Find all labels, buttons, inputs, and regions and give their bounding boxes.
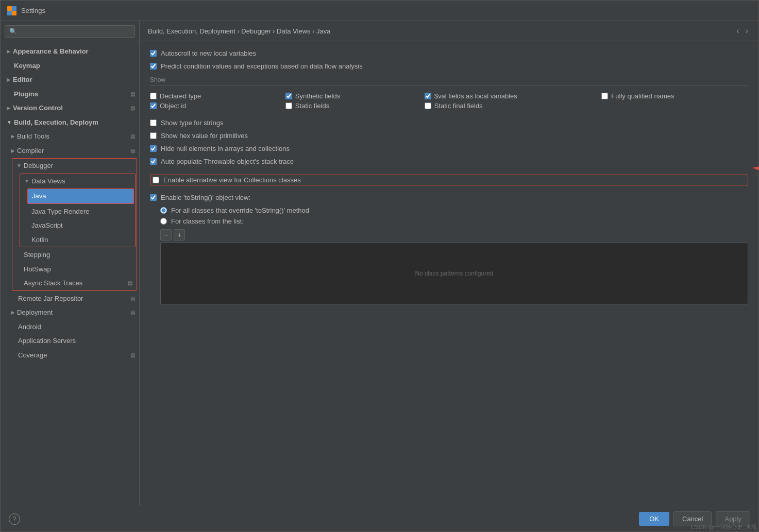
expand-icon: ▶ <box>7 104 11 112</box>
static-final-fields-label: Static final fields <box>434 102 483 110</box>
enable-tostring-row: Enable 'toString()' object view: <box>150 194 748 201</box>
sidebar-label: Remote Jar Repositor <box>18 294 83 304</box>
app-icon <box>7 6 17 16</box>
val-fields-checkbox[interactable] <box>425 93 431 99</box>
sidebar-label: Kotlin <box>31 235 48 245</box>
hide-null-row: Hide null elements in arrays and collect… <box>150 145 748 152</box>
breadcrumb-nav: ‹ › <box>734 26 750 36</box>
sidebar-label: Appearance & Behavior <box>13 46 89 57</box>
sidebar-label: Editor <box>13 75 32 85</box>
help-button[interactable]: ? <box>9 513 20 525</box>
badge-icon: ▤ <box>128 279 132 287</box>
sidebar-item-coverage[interactable]: Coverage ▤ <box>1 348 139 363</box>
sidebar-item-vcs[interactable]: ▶ Version Control ▤ <box>1 101 139 115</box>
sidebar-item-appearance[interactable]: ▶ Appearance & Behavior <box>1 44 139 59</box>
sidebar-item-compiler[interactable]: ▶ Compiler ▤ <box>1 144 139 158</box>
settings-window: Settings ▶ Appearance & Behavior Keymap <box>0 0 759 532</box>
sidebar-item-stepping[interactable]: Stepping <box>12 248 137 262</box>
show-hex-label: Show hex value for primitives <box>161 132 248 140</box>
static-fields-checkbox[interactable] <box>285 102 292 109</box>
back-button[interactable]: ‹ <box>734 26 741 36</box>
no-patterns-text: No class patterns configured <box>415 270 493 277</box>
fully-qualified-label: Fully qualified names <box>611 92 674 100</box>
empty-list-placeholder: No class patterns configured <box>160 243 748 304</box>
sidebar-label: Java <box>32 191 46 201</box>
expand-icon: ▶ <box>11 132 15 140</box>
radio-all-classes-row: For all classes that override 'toString(… <box>160 207 748 214</box>
java-outline: Java <box>27 188 134 204</box>
sidebar-label: Keymap <box>14 61 40 71</box>
enable-collections-checkbox[interactable] <box>153 177 159 183</box>
sidebar-label: Data Views <box>31 176 65 186</box>
add-button[interactable]: + <box>174 229 185 241</box>
show-type-strings-checkbox[interactable] <box>150 119 157 126</box>
svg-rect-2 <box>7 11 12 15</box>
declared-type-checkbox[interactable] <box>150 93 157 99</box>
object-id-checkbox[interactable] <box>150 102 157 109</box>
sidebar-item-java-type[interactable]: Java Type Rendere <box>20 204 135 219</box>
sidebar-item-app-servers[interactable]: Application Servers <box>1 334 139 348</box>
expand-icon: ▶ <box>11 147 15 155</box>
show-type-strings-label: Show type for strings <box>161 119 223 127</box>
show-field-declared-type: Declared type <box>150 92 275 100</box>
sidebar-item-build-tools[interactable]: ▶ Build Tools ▤ <box>1 129 139 144</box>
predict-label: Predict condition values and exceptions … <box>161 62 363 70</box>
bottom-bar: ? OK Cancel Apply <box>1 506 758 531</box>
sidebar-item-editor[interactable]: ▶ Editor <box>1 73 139 87</box>
sidebar-item-java[interactable]: Java <box>28 189 133 203</box>
enable-tostring-label: Enable 'toString()' object view: <box>161 194 250 201</box>
predict-checkbox[interactable] <box>150 63 157 70</box>
sidebar-item-keymap[interactable]: Keymap <box>1 59 139 73</box>
sidebar-label: Deployment <box>17 307 53 318</box>
sidebar-item-android[interactable]: Android <box>1 320 139 334</box>
classes-list-radio[interactable] <box>160 218 167 225</box>
sidebar-item-kotlin[interactable]: Kotlin <box>20 233 135 247</box>
fully-qualified-checkbox[interactable] <box>601 93 608 99</box>
sidebar-item-plugins[interactable]: Plugins ▤ <box>1 87 139 101</box>
sidebar-item-async-stack[interactable]: Async Stack Traces ▤ <box>12 276 137 290</box>
expand-icon: ▼ <box>16 162 22 169</box>
hide-null-label: Hide null elements in arrays and collect… <box>161 145 290 152</box>
ok-button[interactable]: OK <box>639 512 669 526</box>
show-field-val: $val fields as local variables <box>425 92 592 100</box>
autoscroll-row: Autoscroll to new local variables <box>150 49 748 57</box>
settings-panel: Autoscroll to new local variables Predic… <box>140 41 758 506</box>
show-hex-checkbox[interactable] <box>150 132 157 139</box>
static-final-fields-checkbox[interactable] <box>425 102 431 109</box>
show-field-object-id: Object id <box>150 102 275 110</box>
window-title: Settings <box>21 7 45 14</box>
sidebar-item-hotswap[interactable]: HotSwap <box>12 262 137 277</box>
sidebar-item-deployment[interactable]: ▶ Deployment ▤ <box>1 305 139 320</box>
sidebar-item-javascript[interactable]: JavaScript <box>20 218 135 233</box>
sidebar-label: Build, Execution, Deploym <box>14 117 98 128</box>
titlebar: Settings <box>1 1 758 21</box>
all-classes-radio[interactable] <box>160 207 167 214</box>
sidebar-item-build-exec[interactable]: ▼ Build, Execution, Deploym <box>1 115 139 130</box>
show-field-synthetic: Synthetic fields <box>285 92 414 100</box>
synthetic-fields-checkbox[interactable] <box>285 93 292 99</box>
declared-type-label: Declared type <box>160 92 201 100</box>
sidebar-item-data-views[interactable]: ▼ Data Views <box>20 174 135 188</box>
breadcrumb-bar: Build, Execution, Deployment › Debugger … <box>140 21 758 41</box>
remove-button[interactable]: − <box>160 229 172 241</box>
enable-tostring-checkbox[interactable] <box>150 194 157 201</box>
badge-icon: ▤ <box>130 90 135 98</box>
val-fields-label: $val fields as local variables <box>434 92 517 100</box>
expand-icon: ▶ <box>11 308 15 316</box>
sidebar-label: Debugger <box>24 161 53 171</box>
forward-button[interactable]: › <box>744 26 750 36</box>
enable-collections-row: Enable alternative view for Collections … <box>150 175 748 185</box>
expand-icon: ▶ <box>7 47 11 55</box>
sidebar-item-remote-jar[interactable]: Remote Jar Repositor ▤ <box>1 291 139 306</box>
auto-populate-checkbox[interactable] <box>150 158 157 165</box>
expand-icon: ▶ <box>7 76 11 83</box>
autoscroll-checkbox[interactable] <box>150 50 157 57</box>
search-input[interactable] <box>5 25 135 38</box>
badge-icon: ▤ <box>130 147 135 155</box>
sidebar-label: Plugins <box>14 89 38 99</box>
expand-icon: ▼ <box>7 118 12 126</box>
show-field-static: Static fields <box>285 102 414 110</box>
sidebar-item-debugger[interactable]: ▼ Debugger <box>12 159 137 173</box>
hide-null-checkbox[interactable] <box>150 145 157 152</box>
show-grid: Declared type Synthetic fields $val fiel… <box>150 89 748 113</box>
